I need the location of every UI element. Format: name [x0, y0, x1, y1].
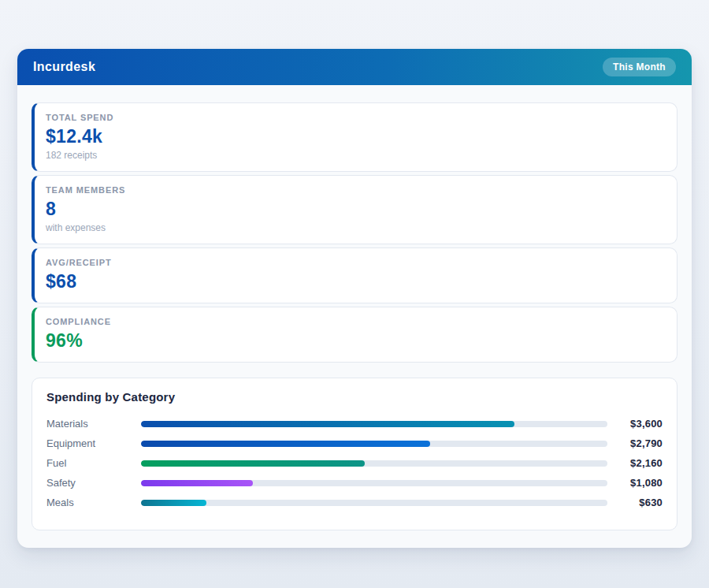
chart-category-row: Equipment $2,790 [46, 434, 663, 453]
stat-subtitle: with expenses [46, 222, 663, 233]
chart-category-value: $630 [607, 497, 663, 508]
stat-label: AVG/RECEIPT [46, 258, 663, 267]
chart-category-label: Meals [46, 497, 141, 508]
stat-card: AVG/RECEIPT $68 [32, 247, 677, 303]
chart-category-row: Materials $3,600 [46, 414, 663, 434]
period-badge[interactable]: This Month [603, 58, 676, 76]
chart-category-value: $3,600 [607, 418, 663, 430]
chart-bar-fill [141, 421, 514, 427]
chart-bar-fill [141, 441, 430, 447]
panel-header: Incurdesk This Month [17, 49, 692, 85]
chart-title: Spending by Category [46, 390, 663, 404]
chart-category-value: $2,790 [607, 437, 663, 449]
dashboard-panel: Incurdesk This Month TOTAL SPEND $12.4k … [17, 49, 692, 548]
chart-bar-track [141, 421, 607, 427]
chart-category-value: $1,080 [607, 477, 663, 489]
stat-value: 8 [46, 199, 663, 220]
chart-category-label: Fuel [46, 457, 141, 469]
chart-category-label: Safety [46, 477, 141, 489]
stats-list: TOTAL SPEND $12.4k 182 receipts TEAM MEM… [32, 102, 677, 363]
stat-value: $68 [46, 271, 663, 292]
stat-card: TOTAL SPEND $12.4k 182 receipts [32, 102, 677, 172]
stat-card: COMPLIANCE 96% [32, 307, 677, 363]
stat-label: TEAM MEMBERS [46, 185, 663, 195]
panel-body: TOTAL SPEND $12.4k 182 receipts TEAM MEM… [17, 85, 692, 548]
chart-bar-fill [141, 480, 253, 486]
spending-chart-card: Spending by Category Materials $3,600 Eq… [32, 378, 677, 530]
chart-rows: Materials $3,600 Equipment $2,790 Fuel $… [46, 414, 663, 512]
chart-bar-fill [141, 500, 206, 506]
chart-category-row: Safety $1,080 [46, 473, 663, 493]
chart-category-label: Materials [46, 418, 141, 430]
stat-value: $12.4k [46, 126, 663, 147]
stat-label: TOTAL SPEND [46, 113, 663, 122]
chart-category-row: Fuel $2,160 [46, 453, 663, 473]
chart-category-value: $2,160 [607, 457, 663, 469]
stat-card: TEAM MEMBERS 8 with expenses [32, 175, 677, 244]
chart-bar-track [141, 460, 607, 467]
stat-value: 96% [46, 330, 663, 352]
app-title: Incurdesk [33, 60, 95, 74]
chart-bar-track [141, 480, 607, 486]
chart-category-row: Meals $630 [46, 493, 663, 512]
chart-bar-track [141, 500, 607, 506]
stat-label: COMPLIANCE [46, 317, 663, 326]
chart-category-label: Equipment [46, 437, 141, 449]
stat-subtitle: 182 receipts [46, 150, 663, 161]
chart-bar-track [141, 441, 607, 447]
chart-bar-fill [141, 460, 365, 467]
